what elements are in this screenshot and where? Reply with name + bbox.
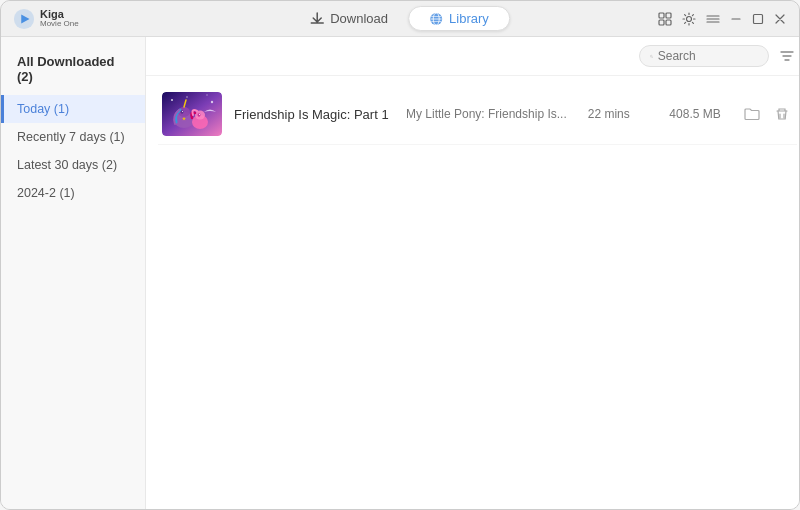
app-logo: Kiga Movie One [13,8,79,30]
svg-point-15 [206,94,207,95]
search-box [639,45,769,67]
svg-point-12 [171,99,173,101]
download-tab-label: Download [330,11,388,26]
menu-icon[interactable] [705,11,721,27]
svg-point-21 [198,113,201,117]
close-button[interactable] [773,12,787,26]
sidebar-item-30days[interactable]: Latest 30 days (2) [1,151,145,179]
svg-point-22 [182,111,183,112]
library-globe-icon [429,12,443,26]
main-layout: All Downloaded (2) Today (1) Recently 7 … [1,37,799,510]
media-thumbnail [162,92,222,136]
media-title: Friendship Is Magic: Part 1 [234,107,394,122]
media-duration: 22 mins [579,107,639,121]
filter-icon[interactable] [777,46,797,66]
grid-icon[interactable] [657,11,673,27]
sidebar: All Downloaded (2) Today (1) Recently 7 … [1,37,146,510]
svg-point-10 [650,55,652,57]
tab-library[interactable]: Library [408,6,510,31]
svg-rect-6 [659,20,664,25]
svg-rect-7 [666,20,671,25]
settings-icon[interactable] [681,11,697,27]
search-icon [650,51,653,62]
sidebar-item-today[interactable]: Today (1) [1,95,145,123]
svg-point-13 [186,96,188,98]
content-area: Friendship Is Magic: Part 1 My Little Po… [146,37,800,510]
title-bar: Kiga Movie One Download Library [1,1,799,37]
svg-rect-9 [754,14,763,23]
svg-rect-4 [659,13,664,18]
content-list: Friendship Is Magic: Part 1 My Little Po… [146,76,800,510]
app-subtitle: Movie One [40,20,79,28]
sidebar-item-all[interactable]: All Downloaded (2) [1,47,145,91]
svg-point-8 [687,16,692,21]
table-row: Friendship Is Magic: Part 1 My Little Po… [158,84,797,145]
search-input[interactable] [658,49,758,63]
sidebar-item-7days[interactable]: Recently 7 days (1) [1,123,145,151]
app-logo-icon [13,8,35,30]
minimize-button[interactable] [729,12,743,26]
svg-point-20 [181,110,184,114]
sidebar-item-2024[interactable]: 2024-2 (1) [1,179,145,207]
download-arrow-icon [310,12,324,26]
svg-rect-5 [666,13,671,18]
window-controls [657,11,787,27]
media-series: My Little Pony: Friendship Is... [406,107,567,121]
content-toolbar [146,37,800,76]
media-actions [741,103,793,125]
library-tab-label: Library [449,11,489,26]
open-folder-button[interactable] [741,103,763,125]
tab-download[interactable]: Download [290,7,408,30]
svg-point-23 [199,114,200,115]
media-size: 408.5 MB [651,107,721,121]
delete-button[interactable] [771,103,793,125]
maximize-button[interactable] [751,12,765,26]
tab-group: Download Library [290,6,510,31]
svg-point-14 [211,101,213,103]
